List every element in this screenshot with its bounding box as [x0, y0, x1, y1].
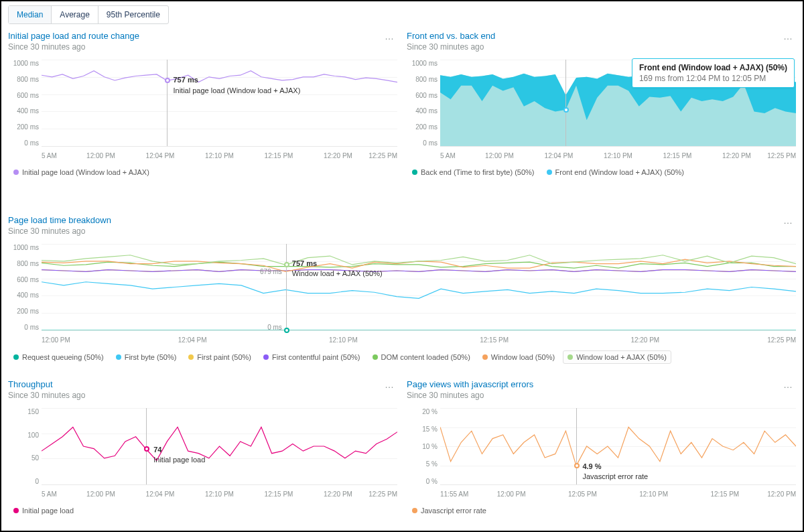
x-tick: 12:25 PM [766, 152, 796, 159]
chart-area[interactable]: 679 ms 757 ms Window load + AJAX (50%) 0… [42, 244, 796, 331]
crosshair-desc: Initial page load (Window load + AJAX) [173, 86, 300, 94]
legend-label: Initial page load [22, 507, 74, 515]
panel-title[interactable]: Throughput [8, 379, 85, 389]
x-tick: 12:04 PM [117, 336, 268, 344]
x-tick: 12:15 PM [648, 152, 708, 159]
y-tick: 1000 ms [8, 244, 39, 251]
panel-title[interactable]: Front end vs. back end [407, 31, 495, 41]
y-tick: 0 ms [8, 324, 39, 331]
more-icon[interactable]: … [382, 31, 397, 42]
y-tick: 50 [8, 454, 39, 462]
y-tick: 200 ms [8, 123, 39, 131]
legend-label: Request queueing (50%) [22, 353, 104, 361]
crosshair-value: 4.9 % [582, 462, 601, 470]
more-icon[interactable]: … [781, 215, 796, 226]
secondary-tick: 679 ms [260, 268, 286, 275]
tab-median[interactable]: Median [9, 6, 52, 23]
legend-dot [188, 354, 194, 360]
panel-page-load-breakdown: Page load time breakdown Since 30 minute… [8, 215, 796, 373]
legend-item[interactable]: First paint (50%) [184, 350, 255, 364]
x-tick: 12:05 PM [547, 490, 618, 498]
x-tick: 12:04 PM [131, 490, 190, 498]
crosshair-desc: Javascript error rate [582, 472, 648, 480]
legend-item[interactable]: Javascript error rate [408, 505, 490, 517]
legend-label: Back end (Time to first byte) (50%) [421, 168, 535, 176]
legend-item[interactable]: Initial page load [9, 505, 78, 517]
tab-average[interactable]: Average [52, 6, 98, 23]
panel-title[interactable]: Page load time breakdown [8, 215, 111, 225]
crosshair-value: 757 ms [173, 76, 198, 84]
legend-label: Javascript error rate [421, 507, 486, 515]
legend-dot [567, 354, 573, 360]
legend-item[interactable]: Window load (50%) [478, 350, 559, 364]
legend-item[interactable]: DOM content loaded (50%) [368, 350, 474, 364]
legend-dot [373, 354, 378, 360]
x-tick: 12:20 PM [570, 336, 720, 344]
chart-area[interactable]: 4.9 % Javascript error rate [440, 408, 796, 485]
legend-dot [116, 354, 121, 360]
panel-js-errors: Page views with javascript errors Since … [407, 379, 796, 532]
legend-item[interactable]: Initial page load (Window load + AJAX) [9, 166, 153, 178]
x-tick: 12:10 PM [190, 490, 249, 498]
legend-item[interactable]: First contentful paint (50%) [259, 350, 364, 364]
chart-tooltip: Front end (Window load + AJAX) (50%) 169… [632, 58, 795, 88]
y-tick: 800 ms [407, 76, 438, 83]
x-tick: 12:20 PM [308, 490, 368, 498]
chart-area[interactable]: Front end (Window load + AJAX) (50%) 169… [440, 60, 796, 147]
legend-item[interactable]: Front end (Window load + AJAX) (50%) [543, 166, 688, 178]
x-tick: 12:10 PM [268, 336, 419, 344]
y-tick: 200 ms [407, 123, 438, 131]
chart-area[interactable]: 757 ms Initial page load (Window load + … [42, 60, 397, 147]
more-icon[interactable]: … [781, 31, 796, 42]
x-tick: 12:00 PM [42, 336, 117, 344]
legend-item[interactable]: Back end (Time to first byte) (50%) [408, 166, 539, 178]
x-tick: 12:10 PM [190, 152, 249, 159]
y-tick: 1000 ms [407, 60, 438, 67]
y-tick: 400 ms [8, 291, 39, 299]
legend-item[interactable]: First byte (50%) [112, 350, 181, 364]
y-tick: 10 % [407, 443, 438, 450]
x-tick: 12:20 PM [308, 152, 368, 159]
y-tick: 5 % [407, 460, 438, 468]
crosshair-value: 74 [153, 446, 161, 454]
y-tick: 0 ms [407, 139, 438, 147]
panel-subtitle: Since 30 minutes ago [8, 42, 139, 52]
panel-initial-page-load: Initial page load and route change Since… [8, 31, 397, 208]
x-tick: 12:00 PM [476, 490, 547, 498]
y-tick: 0 [8, 478, 39, 485]
legend-label: First contentful paint (50%) [272, 353, 360, 361]
legend-dot [13, 354, 19, 360]
tab-p95[interactable]: 95th Percentile [98, 6, 168, 23]
x-tick: 12:10 PM [588, 152, 648, 159]
legend-dot [13, 508, 19, 513]
legend-dot [547, 170, 552, 175]
more-icon[interactable]: … [781, 379, 796, 390]
legend-dot [13, 170, 19, 175]
y-tick: 15 % [407, 425, 438, 433]
y-tick: 100 [8, 431, 39, 439]
x-tick: 5 AM [42, 152, 71, 159]
y-tick: 800 ms [8, 76, 39, 83]
x-tick: 12:00 PM [71, 490, 131, 498]
x-tick: 5 AM [440, 152, 470, 159]
panel-title[interactable]: Page views with javascript errors [407, 379, 533, 389]
panel-title[interactable]: Initial page load and route change [8, 31, 139, 41]
crosshair-desc: Window load + AJAX (50%) [292, 269, 383, 277]
x-tick: 12:25 PM [720, 336, 796, 344]
legend-item[interactable]: Window load + AJAX (50%) [563, 350, 671, 364]
y-tick: 400 ms [8, 107, 39, 115]
y-tick: 400 ms [407, 107, 438, 115]
x-tick: 12:20 PM [707, 152, 766, 159]
x-tick: 12:15 PM [419, 336, 570, 344]
x-tick: 12:20 PM [760, 490, 796, 498]
more-icon[interactable]: … [382, 379, 397, 390]
x-tick: 12:00 PM [71, 152, 131, 159]
chart-area[interactable]: 74 Initial page load [42, 408, 397, 485]
legend-dot [412, 508, 417, 513]
crosshair-desc: Initial page load [153, 456, 205, 464]
legend-item[interactable]: Request queueing (50%) [9, 350, 108, 364]
x-tick: 12:15 PM [689, 490, 760, 498]
legend-label: Initial page load (Window load + AJAX) [22, 168, 149, 176]
x-tick: 12:25 PM [368, 490, 397, 498]
panel-subtitle: Since 30 minutes ago [407, 42, 495, 52]
